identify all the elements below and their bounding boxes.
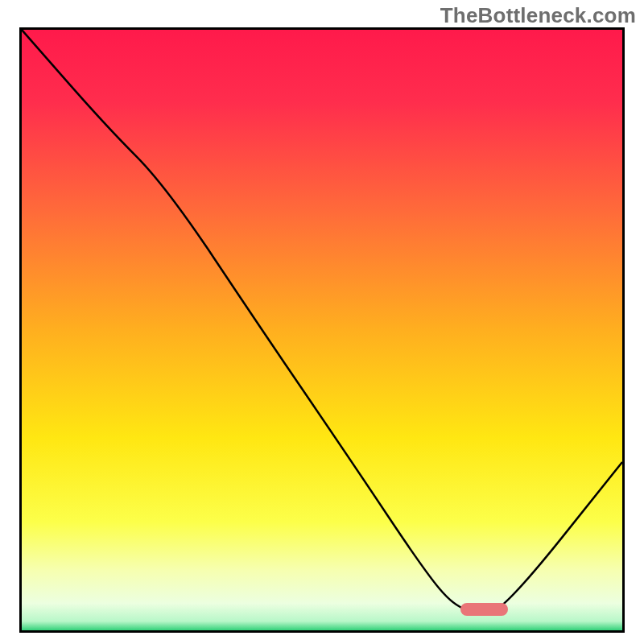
bottleneck-curve xyxy=(22,30,622,630)
optimal-range-marker xyxy=(460,603,509,616)
plot-area xyxy=(19,27,625,633)
watermark-text: TheBottleneck.com xyxy=(440,3,636,28)
chart-container: TheBottleneck.com xyxy=(0,0,644,644)
bottleneck-curve-path xyxy=(22,30,622,613)
